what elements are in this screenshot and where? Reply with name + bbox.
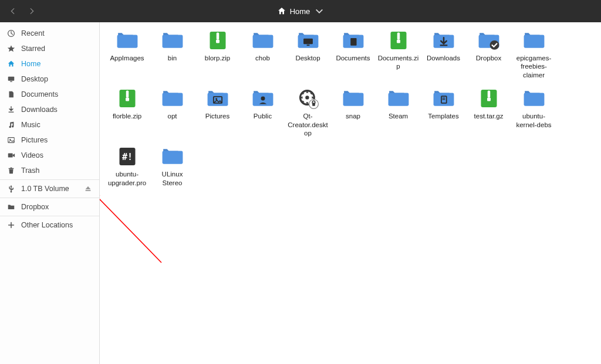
svg-point-21 [261,97,265,101]
file-label: AppImages [109,54,144,62]
file-item[interactable]: Downloads [421,28,466,79]
file-item[interactable]: Templates [421,86,466,137]
file-item[interactable]: Documents [330,28,376,79]
location-bar[interactable]: Home [40,6,561,16]
file-item[interactable]: Public [240,86,285,137]
file-item[interactable]: epicgames-freebies-claimer [511,28,556,79]
sidebar-item-label: Videos [21,151,43,159]
svg-rect-5 [8,77,15,81]
file-item[interactable]: test.tar.gz [466,86,511,137]
file-item[interactable]: Desktop [285,28,330,79]
file-view[interactable]: AppImagesbinblorp.zipchobDesktopDocument… [100,22,601,364]
svg-rect-17 [440,45,447,46]
desktop-entry-icon [294,86,322,111]
folder-icon [520,28,548,53]
sidebar-item-label: Home [21,60,40,68]
sidebar-item-starred[interactable]: Starred [0,41,99,56]
svg-rect-10 [8,154,13,158]
location-label: Home [290,7,310,16]
sidebar-item-other-locations[interactable]: Other Locations [0,217,99,233]
file-item[interactable]: opt [150,86,195,137]
desktop-icon [7,75,15,83]
file-label: snap [345,112,361,120]
sidebar-item-home[interactable]: Home [0,56,99,72]
sidebar-section-bookmarks: Dropbox [0,198,99,216]
main-layout: RecentStarredHomeDesktopDocumentsDownloa… [0,22,601,364]
hashbang-icon: #! [113,144,141,169]
file-label: Downloads [426,54,461,62]
folder-templates-icon [430,86,458,111]
sidebar-item-desktop[interactable]: Desktop [0,72,99,87]
file-label: Documents.zip [377,54,420,71]
file-item[interactable]: #!ubuntu-upgrader.pro [104,144,150,187]
sidebar-item-label: Music [21,121,40,129]
file-item[interactable]: ubuntu-kernel-debs [511,86,556,137]
file-item[interactable]: AppImages [104,28,150,79]
chevron-down-icon [315,6,324,16]
svg-rect-12 [11,168,12,168]
sidebar-item-label: Desktop [21,75,48,83]
sidebar-item-trash[interactable]: Trash [0,163,99,178]
svg-rect-6 [10,81,12,82]
svg-rect-14 [303,39,313,45]
picture-icon [7,136,15,144]
folder-public-icon [249,86,277,111]
svg-rect-11 [9,168,14,169]
file-item[interactable]: florble.zip [104,86,150,137]
svg-point-23 [305,96,309,99]
sidebar-section-places: RecentStarredHomeDesktopDocumentsDownloa… [0,25,99,180]
file-item[interactable]: Dropbox [466,28,511,79]
sidebar-item-documents[interactable]: Documents [0,87,99,102]
folder-icon [249,28,277,53]
file-item[interactable]: chob [240,28,285,79]
folder-icon [113,28,141,53]
folder-icon [384,86,413,111]
file-item[interactable]: Qt-Creator.desktop [285,86,330,137]
sidebar-item-videos[interactable]: Videos [0,148,99,163]
download-icon [7,106,15,114]
file-label: bin [167,54,177,62]
file-item[interactable]: Steam [376,86,421,137]
file-item[interactable]: bin [150,28,195,79]
file-label: Steam [388,112,408,120]
sidebar-item-downloads[interactable]: Downloads [0,102,99,117]
file-label: Templates [427,112,459,120]
forward-button[interactable] [23,3,40,19]
home-icon [7,60,15,68]
file-label: Dropbox [475,54,502,62]
sidebar-item-label: Recent [21,29,45,38]
folder-icon [7,203,15,211]
sidebar-item-dropbox[interactable]: Dropbox [0,199,99,215]
file-item[interactable]: Pictures [195,86,240,137]
sidebar-item-pictures[interactable]: Pictures [0,132,99,148]
file-label: test.tar.gz [474,112,504,120]
sidebar-item-1-0-tb-volume[interactable]: 1.0 TB Volume [0,181,99,196]
annotation-arrow [100,186,176,268]
svg-rect-7 [9,112,14,113]
zip-icon [204,28,232,53]
zip-icon [475,86,503,111]
file-label: blorp.zip [204,54,231,62]
back-button[interactable] [5,3,21,19]
sidebar-item-music[interactable]: Music [0,117,99,132]
headerbar: Home [0,0,601,22]
sidebar-item-label: Documents [21,90,58,98]
sidebar-item-recent[interactable]: Recent [0,26,99,41]
sidebar-item-label: Trash [21,166,40,175]
eject-icon[interactable] [84,185,92,193]
document-icon [7,90,15,98]
nav-buttons [5,3,40,19]
file-item[interactable]: ULinux Stereo [150,144,195,187]
sidebar-item-label: Starred [21,45,45,53]
file-label: Documents [335,54,370,62]
svg-point-18 [489,40,499,50]
sidebar-section-other: Other Locations [0,216,99,234]
sidebar-item-label: 1.0 TB Volume [21,185,69,193]
file-item[interactable]: Documents.zip [376,28,421,79]
folder-icon [158,144,187,169]
folder-documents-icon [339,28,367,53]
file-item[interactable]: blorp.zip [195,28,240,79]
file-item[interactable]: snap [330,86,376,137]
folder-pictures-icon [204,86,232,111]
file-label: ubuntu-upgrader.pro [106,170,148,187]
